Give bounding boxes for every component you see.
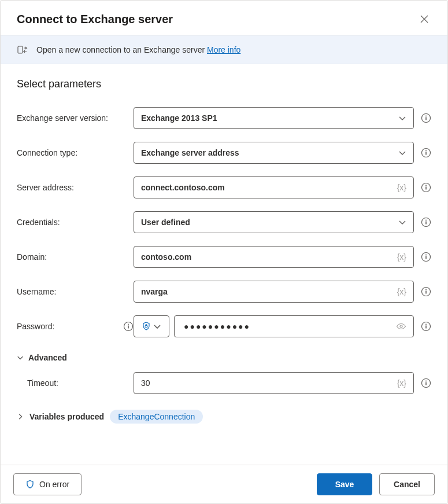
label-password-text: Password: — [17, 322, 54, 331]
dialog-body: Select parameters Exchange server versio… — [1, 64, 447, 465]
svg-point-14 — [425, 255, 427, 256]
chevron-down-icon — [17, 354, 24, 361]
svg-point-8 — [425, 185, 427, 186]
dialog-title: Connect to Exchange server — [17, 13, 173, 26]
svg-rect-26 — [425, 326, 427, 329]
exchange-action-icon — [17, 44, 28, 56]
svg-rect-15 — [425, 256, 427, 259]
show-password-button[interactable] — [396, 321, 406, 332]
svg-point-28 — [425, 381, 427, 382]
cancel-label: Cancel — [394, 480, 420, 489]
select-connection-type[interactable]: Exchange server address — [134, 142, 414, 164]
more-info-link[interactable]: More info — [207, 45, 240, 54]
select-credentials-value: User defined — [141, 218, 398, 227]
dialog-footer: On error Save Cancel — [1, 465, 447, 503]
svg-rect-6 — [425, 152, 427, 155]
variables-produced-toggle[interactable]: Variables produced ExchangeConnection — [17, 410, 431, 424]
svg-rect-12 — [425, 222, 427, 225]
on-error-label: On error — [39, 480, 69, 489]
advanced-label: Advanced — [28, 353, 67, 362]
svg-rect-3 — [425, 117, 427, 120]
input-username-value: nvarga — [141, 287, 393, 296]
input-password-value: ●●●●●●●●●●● — [184, 322, 391, 331]
close-button[interactable] — [415, 10, 434, 28]
svg-rect-22 — [145, 326, 147, 328]
select-exchange-version-value: Exchange 2013 SP1 — [141, 113, 398, 123]
select-exchange-version[interactable]: Exchange 2013 SP1 — [134, 107, 414, 129]
input-domain[interactable]: contoso.com {x} — [134, 246, 414, 268]
info-icon-server-address[interactable] — [421, 182, 431, 193]
info-bar-text: Open a new connection to an Exchange ser… — [36, 45, 240, 54]
input-server-address[interactable]: connect.contoso.com {x} — [134, 176, 414, 198]
svg-point-25 — [425, 324, 427, 325]
row-domain: Domain: contoso.com {x} — [17, 240, 431, 274]
svg-rect-29 — [425, 382, 427, 385]
section-heading: Select parameters — [17, 78, 431, 90]
svg-rect-21 — [128, 326, 129, 329]
chevron-down-icon — [398, 218, 406, 226]
variable-icon[interactable]: {x} — [397, 287, 406, 296]
info-icon-password[interactable] — [421, 321, 431, 332]
row-exchange-version: Exchange server version: Exchange 2013 S… — [17, 101, 431, 135]
advanced-toggle[interactable]: Advanced — [17, 353, 431, 362]
svg-rect-9 — [425, 187, 427, 190]
save-button[interactable]: Save — [317, 473, 372, 495]
info-icon-password-label[interactable] — [123, 321, 134, 332]
chevron-down-icon — [153, 322, 161, 330]
chevron-right-icon — [17, 413, 24, 420]
svg-point-20 — [128, 324, 129, 325]
shield-icon — [25, 480, 35, 489]
variable-icon[interactable]: {x} — [397, 252, 406, 262]
variable-icon[interactable]: {x} — [397, 183, 406, 192]
input-domain-value: contoso.com — [141, 252, 393, 262]
svg-rect-0 — [18, 46, 23, 53]
variable-icon[interactable]: {x} — [397, 378, 406, 388]
row-credentials: Credentials: User defined — [17, 205, 431, 240]
svg-point-2 — [425, 116, 427, 117]
variable-chip[interactable]: ExchangeConnection — [110, 410, 203, 424]
close-icon — [420, 15, 428, 23]
info-bar-message: Open a new connection to an Exchange ser… — [36, 45, 205, 54]
select-connection-type-value: Exchange server address — [141, 148, 398, 157]
input-timeout-value: 30 — [141, 378, 393, 388]
info-icon-username[interactable] — [421, 286, 431, 297]
eye-icon — [396, 321, 406, 332]
on-error-button[interactable]: On error — [13, 473, 82, 495]
svg-rect-18 — [425, 291, 427, 294]
svg-point-17 — [425, 289, 427, 290]
save-label: Save — [335, 480, 354, 489]
label-exchange-version: Exchange server version: — [17, 113, 134, 123]
shield-lock-icon — [142, 322, 151, 331]
info-icon-version[interactable] — [421, 113, 431, 123]
cancel-button[interactable]: Cancel — [379, 473, 435, 495]
footer-right-buttons: Save Cancel — [317, 473, 435, 495]
label-timeout: Timeout: — [27, 378, 134, 388]
info-icon-domain[interactable] — [421, 252, 431, 262]
label-credentials: Credentials: — [17, 218, 134, 227]
input-server-address-value: connect.contoso.com — [141, 183, 393, 192]
variables-produced-label: Variables produced — [29, 412, 104, 421]
info-icon-connection-type[interactable] — [421, 148, 431, 158]
dialog-header: Connect to Exchange server — [1, 1, 447, 35]
dialog: Connect to Exchange server Open a new co… — [0, 0, 448, 504]
svg-point-11 — [425, 220, 427, 221]
label-server-address: Server address: — [17, 183, 134, 192]
row-connection-type: Connection type: Exchange server address — [17, 135, 431, 170]
input-username[interactable]: nvarga {x} — [134, 281, 414, 303]
row-username: Username: nvarga {x} — [17, 274, 431, 309]
label-connection-type: Connection type: — [17, 148, 134, 157]
info-icon-timeout[interactable] — [421, 378, 431, 388]
sensitive-value-button[interactable] — [134, 315, 169, 337]
info-bar: Open a new connection to an Exchange ser… — [1, 35, 447, 64]
info-icon-credentials[interactable] — [421, 217, 431, 227]
row-timeout: Timeout: 30 {x} — [17, 366, 431, 400]
select-credentials[interactable]: User defined — [134, 211, 414, 233]
label-domain: Domain: — [17, 252, 134, 262]
chevron-down-icon — [398, 114, 406, 122]
svg-point-5 — [425, 150, 427, 152]
input-password[interactable]: ●●●●●●●●●●● — [174, 315, 414, 337]
label-password: Password: — [17, 321, 134, 332]
row-password: Password: ●●●●●●●●●●● — [17, 309, 431, 344]
label-username: Username: — [17, 287, 134, 296]
input-timeout[interactable]: 30 {x} — [134, 372, 414, 394]
